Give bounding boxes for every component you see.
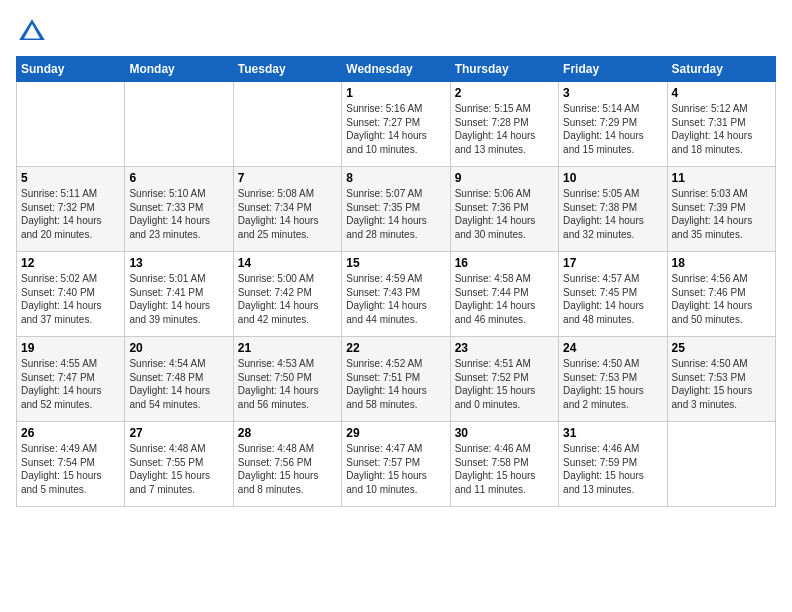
calendar-table: SundayMondayTuesdayWednesdayThursdayFrid…: [16, 56, 776, 507]
day-info: Sunrise: 5:02 AM Sunset: 7:40 PM Dayligh…: [21, 272, 120, 326]
day-info: Sunrise: 5:07 AM Sunset: 7:35 PM Dayligh…: [346, 187, 445, 241]
day-header-sunday: Sunday: [17, 57, 125, 82]
calendar-cell: 26Sunrise: 4:49 AM Sunset: 7:54 PM Dayli…: [17, 422, 125, 507]
day-number: 28: [238, 426, 337, 440]
calendar-cell: 11Sunrise: 5:03 AM Sunset: 7:39 PM Dayli…: [667, 167, 775, 252]
day-info: Sunrise: 5:01 AM Sunset: 7:41 PM Dayligh…: [129, 272, 228, 326]
logo-icon: [16, 16, 48, 48]
day-number: 15: [346, 256, 445, 270]
day-number: 31: [563, 426, 662, 440]
calendar-cell: 15Sunrise: 4:59 AM Sunset: 7:43 PM Dayli…: [342, 252, 450, 337]
calendar-cell: 4Sunrise: 5:12 AM Sunset: 7:31 PM Daylig…: [667, 82, 775, 167]
calendar-cell: 1Sunrise: 5:16 AM Sunset: 7:27 PM Daylig…: [342, 82, 450, 167]
day-number: 25: [672, 341, 771, 355]
day-info: Sunrise: 5:08 AM Sunset: 7:34 PM Dayligh…: [238, 187, 337, 241]
week-row-4: 19Sunrise: 4:55 AM Sunset: 7:47 PM Dayli…: [17, 337, 776, 422]
day-info: Sunrise: 5:03 AM Sunset: 7:39 PM Dayligh…: [672, 187, 771, 241]
calendar-cell: 2Sunrise: 5:15 AM Sunset: 7:28 PM Daylig…: [450, 82, 558, 167]
day-number: 9: [455, 171, 554, 185]
calendar-cell: 14Sunrise: 5:00 AM Sunset: 7:42 PM Dayli…: [233, 252, 341, 337]
calendar-cell: 13Sunrise: 5:01 AM Sunset: 7:41 PM Dayli…: [125, 252, 233, 337]
day-info: Sunrise: 4:54 AM Sunset: 7:48 PM Dayligh…: [129, 357, 228, 411]
day-number: 24: [563, 341, 662, 355]
day-number: 26: [21, 426, 120, 440]
calendar-cell: 18Sunrise: 4:56 AM Sunset: 7:46 PM Dayli…: [667, 252, 775, 337]
calendar-cell: [233, 82, 341, 167]
day-info: Sunrise: 4:56 AM Sunset: 7:46 PM Dayligh…: [672, 272, 771, 326]
day-info: Sunrise: 4:47 AM Sunset: 7:57 PM Dayligh…: [346, 442, 445, 496]
calendar-cell: 31Sunrise: 4:46 AM Sunset: 7:59 PM Dayli…: [559, 422, 667, 507]
day-info: Sunrise: 4:48 AM Sunset: 7:55 PM Dayligh…: [129, 442, 228, 496]
day-info: Sunrise: 4:48 AM Sunset: 7:56 PM Dayligh…: [238, 442, 337, 496]
calendar-cell: 24Sunrise: 4:50 AM Sunset: 7:53 PM Dayli…: [559, 337, 667, 422]
day-info: Sunrise: 5:11 AM Sunset: 7:32 PM Dayligh…: [21, 187, 120, 241]
calendar-cell: 29Sunrise: 4:47 AM Sunset: 7:57 PM Dayli…: [342, 422, 450, 507]
day-header-saturday: Saturday: [667, 57, 775, 82]
days-header-row: SundayMondayTuesdayWednesdayThursdayFrid…: [17, 57, 776, 82]
calendar-cell: 16Sunrise: 4:58 AM Sunset: 7:44 PM Dayli…: [450, 252, 558, 337]
calendar-cell: 27Sunrise: 4:48 AM Sunset: 7:55 PM Dayli…: [125, 422, 233, 507]
day-info: Sunrise: 5:06 AM Sunset: 7:36 PM Dayligh…: [455, 187, 554, 241]
day-number: 11: [672, 171, 771, 185]
day-number: 4: [672, 86, 771, 100]
calendar-cell: 9Sunrise: 5:06 AM Sunset: 7:36 PM Daylig…: [450, 167, 558, 252]
day-number: 18: [672, 256, 771, 270]
day-info: Sunrise: 4:55 AM Sunset: 7:47 PM Dayligh…: [21, 357, 120, 411]
day-number: 7: [238, 171, 337, 185]
week-row-1: 1Sunrise: 5:16 AM Sunset: 7:27 PM Daylig…: [17, 82, 776, 167]
day-info: Sunrise: 4:51 AM Sunset: 7:52 PM Dayligh…: [455, 357, 554, 411]
calendar-cell: 17Sunrise: 4:57 AM Sunset: 7:45 PM Dayli…: [559, 252, 667, 337]
day-number: 29: [346, 426, 445, 440]
calendar-cell: [17, 82, 125, 167]
day-info: Sunrise: 4:49 AM Sunset: 7:54 PM Dayligh…: [21, 442, 120, 496]
calendar-cell: 20Sunrise: 4:54 AM Sunset: 7:48 PM Dayli…: [125, 337, 233, 422]
day-number: 10: [563, 171, 662, 185]
calendar-cell: 12Sunrise: 5:02 AM Sunset: 7:40 PM Dayli…: [17, 252, 125, 337]
calendar-cell: 8Sunrise: 5:07 AM Sunset: 7:35 PM Daylig…: [342, 167, 450, 252]
day-info: Sunrise: 5:14 AM Sunset: 7:29 PM Dayligh…: [563, 102, 662, 156]
day-info: Sunrise: 4:46 AM Sunset: 7:58 PM Dayligh…: [455, 442, 554, 496]
day-info: Sunrise: 5:12 AM Sunset: 7:31 PM Dayligh…: [672, 102, 771, 156]
day-info: Sunrise: 5:10 AM Sunset: 7:33 PM Dayligh…: [129, 187, 228, 241]
day-header-tuesday: Tuesday: [233, 57, 341, 82]
week-row-3: 12Sunrise: 5:02 AM Sunset: 7:40 PM Dayli…: [17, 252, 776, 337]
day-info: Sunrise: 4:57 AM Sunset: 7:45 PM Dayligh…: [563, 272, 662, 326]
calendar-cell: 30Sunrise: 4:46 AM Sunset: 7:58 PM Dayli…: [450, 422, 558, 507]
day-number: 19: [21, 341, 120, 355]
calendar-cell: 19Sunrise: 4:55 AM Sunset: 7:47 PM Dayli…: [17, 337, 125, 422]
week-row-2: 5Sunrise: 5:11 AM Sunset: 7:32 PM Daylig…: [17, 167, 776, 252]
day-number: 12: [21, 256, 120, 270]
day-number: 8: [346, 171, 445, 185]
day-number: 17: [563, 256, 662, 270]
day-info: Sunrise: 4:52 AM Sunset: 7:51 PM Dayligh…: [346, 357, 445, 411]
calendar-cell: 6Sunrise: 5:10 AM Sunset: 7:33 PM Daylig…: [125, 167, 233, 252]
calendar-cell: 5Sunrise: 5:11 AM Sunset: 7:32 PM Daylig…: [17, 167, 125, 252]
day-header-thursday: Thursday: [450, 57, 558, 82]
day-info: Sunrise: 4:59 AM Sunset: 7:43 PM Dayligh…: [346, 272, 445, 326]
day-number: 20: [129, 341, 228, 355]
calendar-cell: [667, 422, 775, 507]
calendar-cell: 25Sunrise: 4:50 AM Sunset: 7:53 PM Dayli…: [667, 337, 775, 422]
day-info: Sunrise: 4:50 AM Sunset: 7:53 PM Dayligh…: [672, 357, 771, 411]
day-number: 1: [346, 86, 445, 100]
day-number: 5: [21, 171, 120, 185]
day-info: Sunrise: 5:16 AM Sunset: 7:27 PM Dayligh…: [346, 102, 445, 156]
day-number: 22: [346, 341, 445, 355]
day-number: 23: [455, 341, 554, 355]
day-info: Sunrise: 5:05 AM Sunset: 7:38 PM Dayligh…: [563, 187, 662, 241]
day-number: 27: [129, 426, 228, 440]
day-number: 21: [238, 341, 337, 355]
day-header-wednesday: Wednesday: [342, 57, 450, 82]
week-row-5: 26Sunrise: 4:49 AM Sunset: 7:54 PM Dayli…: [17, 422, 776, 507]
day-header-monday: Monday: [125, 57, 233, 82]
day-number: 30: [455, 426, 554, 440]
day-info: Sunrise: 5:15 AM Sunset: 7:28 PM Dayligh…: [455, 102, 554, 156]
calendar-cell: 3Sunrise: 5:14 AM Sunset: 7:29 PM Daylig…: [559, 82, 667, 167]
day-number: 6: [129, 171, 228, 185]
page-header: [16, 16, 776, 48]
day-number: 2: [455, 86, 554, 100]
calendar-cell: [125, 82, 233, 167]
day-number: 13: [129, 256, 228, 270]
calendar-cell: 22Sunrise: 4:52 AM Sunset: 7:51 PM Dayli…: [342, 337, 450, 422]
calendar-cell: 28Sunrise: 4:48 AM Sunset: 7:56 PM Dayli…: [233, 422, 341, 507]
